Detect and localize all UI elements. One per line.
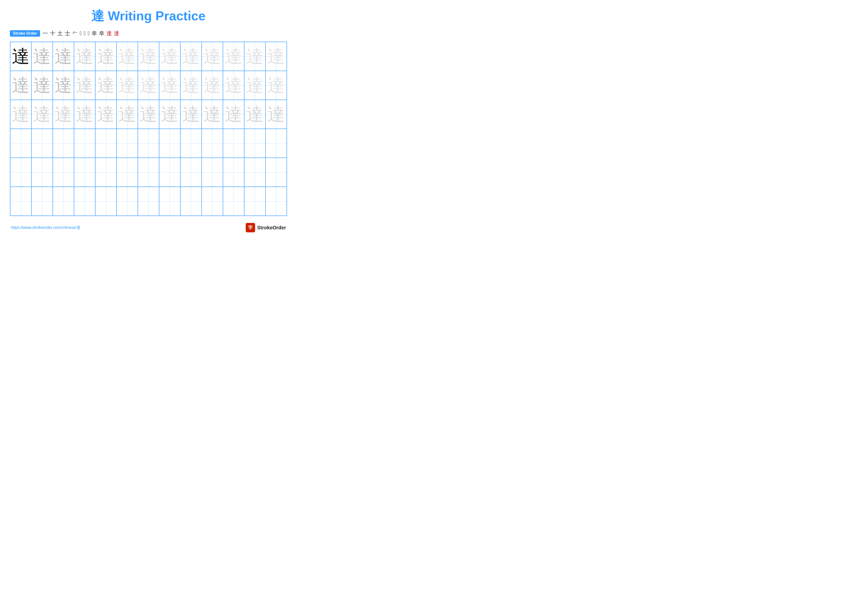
grid-cell[interactable]: 達: [32, 71, 53, 99]
grid-cell[interactable]: 達: [202, 71, 223, 99]
grid-cell[interactable]: 達: [53, 71, 74, 99]
grid-cell[interactable]: 達: [160, 71, 181, 99]
grid-cell[interactable]: [96, 187, 117, 216]
grid-cell[interactable]: [223, 158, 245, 187]
grid-cell[interactable]: 達: [160, 100, 181, 129]
grid-cell[interactable]: [138, 187, 160, 216]
practice-char: 達: [246, 48, 264, 65]
grid-cell[interactable]: 達: [10, 71, 32, 99]
practice-char: 達: [182, 48, 200, 65]
footer: https://www.strokeorder.com/chinese/達 字 …: [10, 223, 287, 232]
grid-cell[interactable]: 達: [223, 71, 245, 99]
brand-name: StrokeOrder: [257, 225, 286, 231]
grid-cell[interactable]: [32, 129, 53, 157]
grid-cell[interactable]: [245, 129, 266, 157]
grid-cell[interactable]: 達: [138, 71, 160, 99]
grid-cell[interactable]: 達: [10, 100, 32, 129]
grid-cell[interactable]: [266, 187, 287, 216]
grid-cell[interactable]: [266, 158, 287, 187]
grid-cell[interactable]: 達: [117, 71, 138, 99]
grid-cell[interactable]: 達: [96, 100, 117, 129]
practice-char: 達: [246, 106, 264, 123]
grid-cell[interactable]: 達: [223, 42, 245, 71]
stroke-3: 土: [57, 30, 63, 37]
grid-cell[interactable]: [181, 187, 202, 216]
grid-cell[interactable]: 達: [53, 100, 74, 129]
grid-cell[interactable]: [53, 187, 74, 216]
grid-cell[interactable]: [10, 158, 32, 187]
grid-cell[interactable]: 達: [202, 100, 223, 129]
grid-cell[interactable]: [74, 187, 96, 216]
footer-url[interactable]: https://www.strokeorder.com/chinese/達: [11, 225, 81, 230]
grid-cell[interactable]: 達: [266, 42, 287, 71]
grid-cell[interactable]: [138, 158, 160, 187]
grid-cell[interactable]: 達: [181, 42, 202, 71]
stroke-chars: 一 十 土 士 𠂉 𡌨 𡌨 𡌨 幸 幸 達 達: [43, 30, 119, 37]
grid-cell[interactable]: 達: [245, 71, 266, 99]
grid-cell[interactable]: [74, 129, 96, 157]
grid-cell[interactable]: 達: [181, 100, 202, 129]
grid-cell[interactable]: [10, 129, 32, 157]
grid-cell[interactable]: [181, 129, 202, 157]
practice-char: 達: [246, 76, 264, 94]
practice-char: 達: [225, 106, 242, 123]
grid-cell[interactable]: [160, 129, 181, 157]
practice-char: 達: [97, 106, 115, 123]
grid-cell[interactable]: 達: [181, 71, 202, 99]
stroke-order-row: Stroke Order 一 十 土 士 𠂉 𡌨 𡌨 𡌨 幸 幸 達 達: [10, 30, 287, 37]
grid-cell[interactable]: 達: [160, 42, 181, 71]
grid-cell[interactable]: 達: [96, 42, 117, 71]
grid-cell[interactable]: 達: [266, 100, 287, 129]
grid-cell[interactable]: [202, 129, 223, 157]
practice-char: 達: [33, 76, 51, 94]
grid-cell[interactable]: 達: [10, 42, 32, 71]
practice-char: 達: [140, 48, 157, 65]
grid-cell[interactable]: 達: [245, 100, 266, 129]
grid-cell[interactable]: [53, 129, 74, 157]
grid-cell[interactable]: 達: [53, 42, 74, 71]
grid-cell[interactable]: [160, 158, 181, 187]
grid-cell[interactable]: 達: [32, 42, 53, 71]
grid-cell[interactable]: [32, 187, 53, 216]
stroke-8: 𡌨: [88, 30, 90, 37]
grid-cell[interactable]: [202, 187, 223, 216]
practice-char: 達: [54, 106, 72, 123]
grid-cell[interactable]: 達: [32, 100, 53, 129]
grid-cell[interactable]: [53, 158, 74, 187]
grid-cell[interactable]: [223, 187, 245, 216]
grid-cell[interactable]: 達: [202, 42, 223, 71]
grid-cell[interactable]: 達: [74, 42, 96, 71]
practice-char: 達: [12, 48, 30, 65]
grid-cell[interactable]: 達: [117, 100, 138, 129]
grid-cell[interactable]: [138, 129, 160, 157]
grid-cell[interactable]: 達: [266, 71, 287, 99]
grid-cell[interactable]: 達: [245, 42, 266, 71]
grid-cell[interactable]: [181, 158, 202, 187]
stroke-order-badge: Stroke Order: [10, 30, 40, 37]
practice-grid: 達 達 達 達 達 達 達 達 達 達 達 達 達 達 達 達 達 達 達 達 …: [10, 42, 287, 216]
grid-cell[interactable]: [117, 187, 138, 216]
grid-cell[interactable]: [117, 129, 138, 157]
practice-char: 達: [140, 76, 157, 94]
grid-cell[interactable]: [96, 129, 117, 157]
grid-cell[interactable]: 達: [117, 42, 138, 71]
grid-cell[interactable]: [117, 158, 138, 187]
grid-cell[interactable]: 達: [96, 71, 117, 99]
grid-cell[interactable]: [202, 158, 223, 187]
grid-cell[interactable]: 達: [138, 100, 160, 129]
grid-cell[interactable]: [223, 129, 245, 157]
grid-cell[interactable]: 達: [74, 71, 96, 99]
stroke-10: 幸: [99, 30, 104, 37]
practice-char: 達: [76, 106, 93, 123]
grid-cell[interactable]: [160, 187, 181, 216]
grid-cell[interactable]: [245, 158, 266, 187]
grid-cell[interactable]: 達: [223, 100, 245, 129]
grid-cell[interactable]: [32, 158, 53, 187]
grid-cell[interactable]: [10, 187, 32, 216]
grid-cell[interactable]: [74, 158, 96, 187]
grid-cell[interactable]: 達: [74, 100, 96, 129]
grid-cell[interactable]: [96, 158, 117, 187]
grid-cell[interactable]: [245, 187, 266, 216]
grid-cell[interactable]: [266, 129, 287, 157]
grid-cell[interactable]: 達: [138, 42, 160, 71]
